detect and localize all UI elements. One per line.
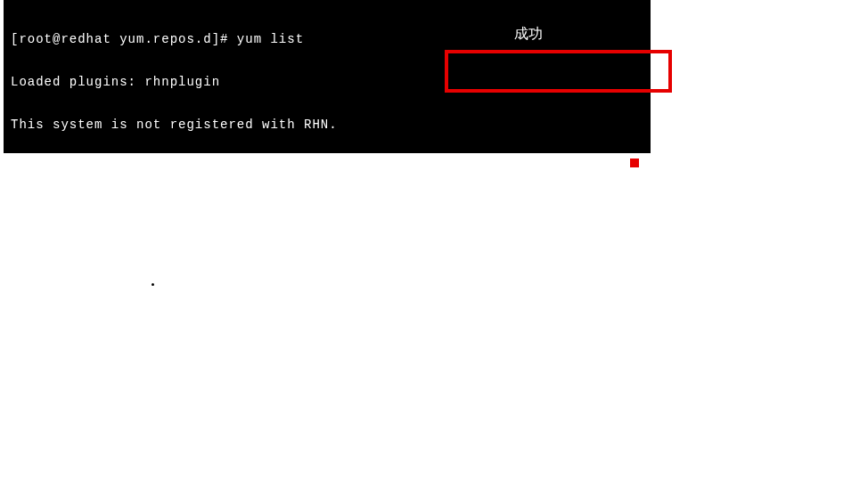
shell-prompt: [root@redhat yum.repos.d]# <box>11 32 237 46</box>
typed-command: yum list <box>237 32 304 46</box>
dot-marker <box>151 283 154 286</box>
terminal-output-line: Loaded plugins: rhnplugin <box>11 75 643 89</box>
annotation-marker <box>630 159 639 167</box>
success-callout-label: 成功 <box>514 25 543 44</box>
terminal-prompt-line: [root@redhat yum.repos.d]# yum list <box>11 32 643 46</box>
terminal-output-line: This system is not registered with RHN. <box>11 118 643 132</box>
terminal-window[interactable]: [root@redhat yum.repos.d]# yum list Load… <box>4 0 651 153</box>
